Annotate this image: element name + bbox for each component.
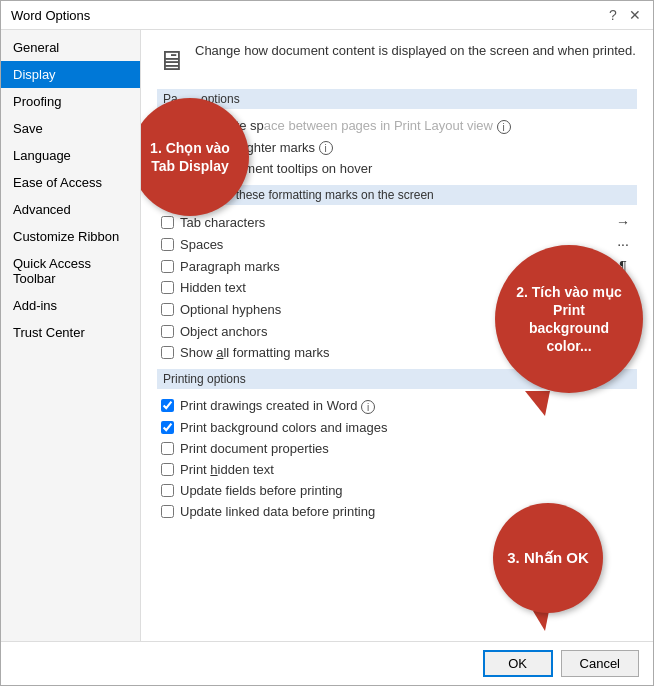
checkbox-tab[interactable] <box>161 216 174 229</box>
sidebar-item-quick-access[interactable]: Quick Access Toolbar <box>1 250 140 292</box>
label-tab: Tab characters <box>180 215 607 230</box>
checkbox-anchors[interactable] <box>161 325 174 338</box>
bubble-1-text: 1. Chọn vào Tab Display <box>143 139 237 175</box>
sidebar-item-ease-of-access[interactable]: Ease of Access <box>1 169 140 196</box>
bubble-3-text: 3. Nhấn OK <box>507 548 589 568</box>
sidebar-item-display[interactable]: Display <box>1 61 140 88</box>
content-area: 🖥 Change how document content is display… <box>141 30 653 641</box>
checkbox-hidden[interactable] <box>161 281 174 294</box>
dialog-footer: OK Cancel <box>1 641 653 685</box>
option-row-print-bg: Print background colors and images <box>157 417 637 438</box>
info-icon-drawings[interactable]: i <box>361 400 375 414</box>
titlebar-controls: ? ✕ <box>605 7 643 23</box>
sidebar-item-proofing[interactable]: Proofing <box>1 88 140 115</box>
sidebar-item-trust-center[interactable]: Trust Center <box>1 319 140 346</box>
checkbox-print-bg[interactable] <box>161 421 174 434</box>
content-header: 🖥 Change how document content is display… <box>157 42 637 77</box>
callout-bubble-3-wrapper: 3. Nhấn OK <box>493 503 603 631</box>
sidebar: General Display Proofing Save Language E… <box>1 30 141 641</box>
option-row-print-props: Print document properties <box>157 438 637 459</box>
option-row-print-hidden: Print hidden text <box>157 459 637 480</box>
sidebar-item-advanced[interactable]: Advanced <box>1 196 140 223</box>
cancel-button[interactable]: Cancel <box>561 650 639 677</box>
callout-bubble-3: 3. Nhấn OK <box>493 503 603 613</box>
callout-bubble-2-wrapper: 2. Tích vào mục Print background color..… <box>495 245 643 416</box>
checkbox-print-props[interactable] <box>161 442 174 455</box>
dialog-body: General Display Proofing Save Language E… <box>1 30 653 641</box>
sidebar-item-add-ins[interactable]: Add-ins <box>1 292 140 319</box>
label-print-bg: Print background colors and images <box>180 420 633 435</box>
label-print-props: Print document properties <box>180 441 633 456</box>
info-icon-highlighter[interactable]: i <box>319 141 333 155</box>
bubble-3-tail <box>533 611 549 631</box>
checkbox-update-fields[interactable] <box>161 484 174 497</box>
bubble-2-text: 2. Tích vào mục Print background color..… <box>507 275 631 364</box>
sidebar-item-general[interactable]: General <box>1 34 140 61</box>
checkbox-hyphens[interactable] <box>161 303 174 316</box>
dialog-title: Word Options <box>11 8 90 23</box>
sidebar-item-save[interactable]: Save <box>1 115 140 142</box>
ok-button[interactable]: OK <box>483 650 553 677</box>
label-whitespace: Show white space between pages in Print … <box>180 118 633 134</box>
word-options-dialog: Word Options ? ✕ General Display Proofin… <box>0 0 654 686</box>
info-icon-whitespace[interactable]: i <box>497 120 511 134</box>
bubble-2-tail <box>525 391 550 416</box>
option-row-tab: Tab characters → <box>157 211 637 233</box>
titlebar: Word Options ? ✕ <box>1 1 653 30</box>
label-update-fields: Update fields before printing <box>180 483 633 498</box>
checkbox-paragraph[interactable] <box>161 260 174 273</box>
option-row-update-fields: Update fields before printing <box>157 480 637 501</box>
checkbox-spaces[interactable] <box>161 238 174 251</box>
checkbox-print-hidden[interactable] <box>161 463 174 476</box>
close-button[interactable]: ✕ <box>627 7 643 23</box>
sidebar-item-language[interactable]: Language <box>1 142 140 169</box>
section-page-display: Pa options <box>157 89 637 109</box>
content-header-text: Change how document content is displayed… <box>195 42 636 60</box>
checkbox-update-linked[interactable] <box>161 505 174 518</box>
checkbox-all-marks[interactable] <box>161 346 174 359</box>
label-print-hidden: Print hidden text <box>180 462 633 477</box>
help-button[interactable]: ? <box>605 7 621 23</box>
symbol-tab: → <box>613 214 633 230</box>
sidebar-item-customize-ribbon[interactable]: Customize Ribbon <box>1 223 140 250</box>
callout-bubble-2: 2. Tích vào mục Print background color..… <box>495 245 643 393</box>
display-icon: 🖥 <box>157 44 185 77</box>
checkbox-print-drawings[interactable] <box>161 399 174 412</box>
